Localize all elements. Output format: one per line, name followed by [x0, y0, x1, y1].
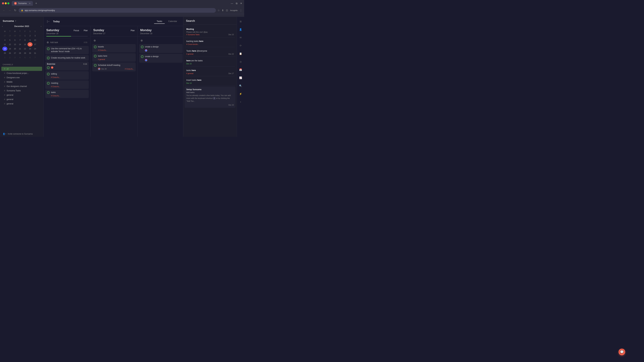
task-card-recurring[interactable]: Create recurring tasks for routine work — [45, 55, 89, 61]
task-checkbox-design-2[interactable] — [141, 55, 144, 58]
cal-day-10[interactable]: 10 — [32, 38, 38, 42]
search-result-backlog[interactable]: backlog tasks here # Cross-functio... — [185, 38, 236, 47]
cal-day-9[interactable]: 9 — [28, 38, 32, 42]
task-card-design-1[interactable]: create a design 👥 — [139, 44, 183, 53]
task-checkbox-meeting[interactable] — [47, 82, 50, 85]
sidebar-item-general-1[interactable]: # general — [1, 93, 42, 97]
task-card-tasks-sun[interactable]: tasks here #general — [92, 53, 136, 62]
cal-day-29-nov[interactable]: 29 — [12, 33, 18, 38]
task-card-design-2[interactable]: create a design 👥 — [139, 54, 183, 63]
maximize-button[interactable]: ⧉ — [236, 2, 238, 5]
cal-day-1-jan[interactable]: 1 — [2, 55, 8, 60]
cal-day-2-jan[interactable]: 2 — [8, 55, 12, 60]
task-card-editing[interactable]: editing #Cross-fu... — [45, 71, 89, 80]
task-checkbox-design-1[interactable] — [141, 45, 144, 48]
task-checkbox-tasks-sun[interactable] — [94, 55, 96, 57]
win-close-dot[interactable] — [2, 2, 4, 4]
sidebar-item-general-2[interactable]: # general — [1, 97, 42, 101]
cal-day-30[interactable]: 30 — [28, 51, 32, 55]
cal-day-16-today[interactable]: 16 — [28, 42, 32, 46]
prev-month-button[interactable]: ‹ — [2, 25, 3, 27]
sidebar-item-all[interactable]: # all — [1, 67, 42, 71]
search-result-here-tasks[interactable]: here are the tasks Dec 15 — [185, 57, 236, 66]
win-maximize-dot[interactable] — [8, 2, 10, 4]
task-card-meeting[interactable]: meeting #Cross-fu... — [45, 80, 89, 89]
grid-view-icon[interactable]: ⊞ — [238, 19, 243, 24]
sidebar-item-our-designers[interactable]: # Our designers channel — [1, 84, 42, 88]
win-minimize-dot[interactable] — [5, 2, 7, 4]
cal-day-12[interactable]: 12 — [8, 42, 12, 46]
cal-day-21[interactable]: 21 — [18, 46, 22, 51]
cal-day-3-jan[interactable]: 3 — [12, 55, 18, 60]
sidebar-item-general-3[interactable]: # general — [1, 102, 42, 106]
app-chevron-icon[interactable]: ∨ — [15, 20, 16, 22]
cal-day-25[interactable]: 25 — [2, 51, 8, 55]
invite-button[interactable]: 👤+ Invite someone to Sunsama — [0, 131, 44, 137]
chart-icon[interactable]: 📈 — [238, 75, 243, 80]
address-bar[interactable]: 🔒 app.sunsama.com/group/moodjoy — [18, 8, 216, 13]
cal-day-11[interactable]: 11 — [2, 42, 8, 46]
refresh-button[interactable]: ↻ — [14, 8, 17, 12]
next-month-button[interactable]: › — [41, 25, 42, 27]
task-card-tasks-sat[interactable]: tasks #Cross-fu... — [45, 90, 89, 98]
notebook-icon[interactable]: 📋 — [238, 51, 243, 56]
cal-day-6[interactable]: 6 — [12, 38, 18, 42]
cal-day-5[interactable]: 5 — [8, 38, 12, 42]
cal-day-3[interactable]: 3 — [32, 33, 38, 38]
task-checkbox-focus[interactable] — [47, 47, 50, 50]
tab-tasks[interactable]: Tasks — [154, 19, 165, 24]
cal-day-24[interactable]: 24 — [32, 46, 38, 51]
cal-day-28-nov[interactable]: 28 — [8, 33, 12, 38]
cal-day-5-jan[interactable]: 5 — [22, 55, 28, 60]
monday-add-task[interactable]: ⊕ — [139, 38, 183, 43]
task-checkbox-editing[interactable] — [47, 73, 50, 75]
sidebar-item-designers-one[interactable]: # Designers-one — [1, 75, 42, 80]
browser-tab[interactable]: S Sunsama ✕ — [12, 1, 33, 6]
mail-icon[interactable]: ✉ — [238, 35, 243, 40]
cal-day-4[interactable]: 4 — [2, 38, 8, 42]
task-card-kickoff[interactable]: Schedule kickoff meeting 👥 Dec 20 #Cross… — [92, 62, 136, 71]
cal-day-29[interactable]: 29 — [22, 51, 28, 55]
cal-day-17[interactable]: 17 — [32, 42, 38, 46]
cal-day-13[interactable]: 13 — [12, 42, 18, 46]
search-result-insert-tasks[interactable]: Insert tasks here Dec 14 — [185, 77, 236, 86]
cal-day-22[interactable]: 22 — [22, 46, 28, 51]
sunday-add-task[interactable]: ⊕ — [92, 38, 136, 43]
bookmark-button[interactable]: ☆ — [218, 9, 220, 12]
saturday-plan-action[interactable]: Plan — [84, 29, 88, 32]
task-card-focus-mode[interactable]: Use the command bar (Ctrl + K) to activa… — [45, 46, 89, 54]
cal-day-8[interactable]: 8 — [22, 38, 28, 42]
task-checkbox-kickoff[interactable] — [94, 64, 96, 67]
new-tab-button[interactable]: + — [34, 1, 38, 6]
cal-day-27-nov[interactable]: 27 — [2, 33, 8, 38]
sync-icon[interactable]: ⟳ — [238, 43, 243, 48]
search-result-tasks-everyone[interactable]: Tasks here @everyone # general Dec 22 — [185, 48, 236, 57]
task-checkbox-recurring[interactable] — [47, 57, 50, 59]
saturday-focus-action[interactable]: Focus — [74, 29, 79, 32]
cal-day-20[interactable]: 20 — [12, 46, 18, 51]
search-result-meeting[interactable]: Meeting Please edit this one! @jay # Sun… — [185, 26, 236, 37]
cal-day-18-selected[interactable]: 18 — [2, 46, 8, 51]
saturday-add-task[interactable]: ⊕ Add task 0:55 — [45, 40, 89, 45]
cal-day-2[interactable]: 2 — [28, 33, 32, 38]
back-button[interactable]: ← — [2, 8, 6, 12]
tab-close-button[interactable]: ✕ — [29, 2, 30, 4]
cal-day-19[interactable]: 19 — [8, 46, 12, 51]
exercise-checkbox[interactable] — [47, 66, 50, 69]
tab-calendar[interactable]: Calendar — [166, 19, 180, 24]
cal-day-7[interactable]: 7 — [18, 38, 22, 42]
user-profile-icon[interactable]: 👤 — [238, 27, 243, 32]
cal-day-14[interactable]: 14 — [18, 42, 22, 46]
collapse-sidebar-button[interactable]: |← — [47, 20, 50, 23]
cal-day-28[interactable]: 28 — [18, 51, 22, 55]
cal-day-15[interactable]: 15 — [22, 42, 28, 46]
calendar-icon[interactable]: 📅 — [238, 67, 243, 72]
cal-day-31[interactable]: 31 — [32, 51, 38, 55]
cal-day-4-jan[interactable]: 4 — [18, 55, 22, 60]
task-checkbox-tasks-sat[interactable] — [47, 91, 50, 94]
lightning-icon[interactable]: ⚡ — [238, 91, 243, 96]
search-icon[interactable]: 🔍 — [238, 83, 243, 88]
search-result-tasks-here[interactable]: tasks here # general Dec 17 — [185, 67, 236, 76]
cal-day-6-jan[interactable]: 6 — [28, 55, 32, 60]
today-button[interactable]: Today — [53, 20, 60, 23]
